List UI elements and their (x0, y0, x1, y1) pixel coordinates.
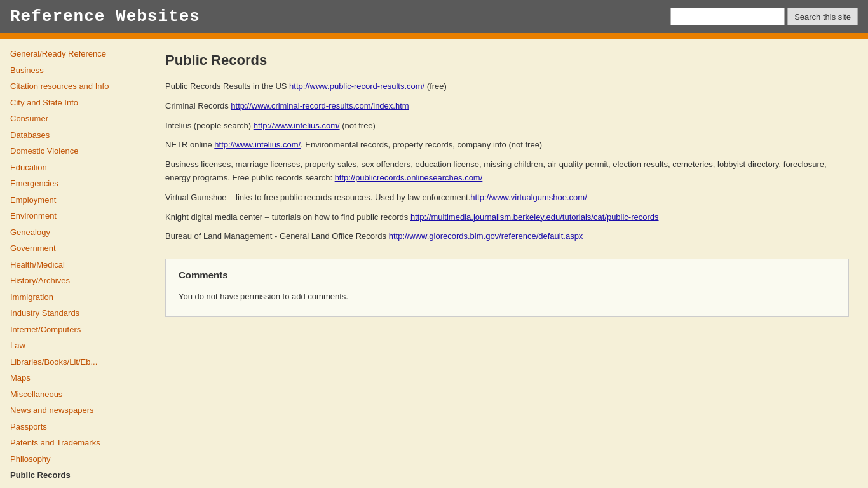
content-link-3[interactable]: http://www.intelius.com/ (214, 140, 301, 149)
content-link-1[interactable]: http://www.criminal-record-results.com/i… (231, 101, 409, 111)
sidebar-item-15[interactable]: Immigration (0, 289, 146, 306)
sidebar-item-2[interactable]: Citation resources and Info (0, 78, 146, 95)
site-header: Reference Websites Search this site (0, 0, 868, 36)
main-content: Public Records Public Records Results in… (146, 39, 868, 488)
content-entry-5: Virtual Gumshoe – links to free public r… (165, 191, 849, 205)
search-input[interactable] (670, 8, 785, 25)
entries-container: Public Records Results in the US http://… (165, 80, 849, 243)
sidebar-item-12[interactable]: Government (0, 240, 146, 257)
sidebar-item-13[interactable]: Health/Medical (0, 257, 146, 273)
sidebar-item-16[interactable]: Industry Standards (0, 305, 146, 322)
main-layout: General/Ready ReferenceBusinessCitation … (0, 39, 868, 488)
content-entry-6: Knight digital media center – tutorials … (165, 211, 849, 224)
sidebar-item-26[interactable]: Public Records (0, 467, 146, 484)
content-entry-3: NETR online http://www.intelius.com/. En… (165, 139, 849, 152)
sidebar-item-0[interactable]: General/Ready Reference (0, 46, 146, 62)
content-entry-4: Business licenses, marriage licenses, pr… (165, 158, 849, 185)
sidebar-item-10[interactable]: Environment (0, 208, 146, 224)
sidebar-item-4[interactable]: Consumer (0, 111, 146, 127)
content-entry-0: Public Records Results in the US http://… (165, 80, 849, 93)
sidebar-item-11[interactable]: Genealogy (0, 224, 146, 241)
content-link-5[interactable]: http://www.virtualgumshoe.com/ (470, 193, 587, 202)
sidebar-item-14[interactable]: History/Archives (0, 273, 146, 289)
content-entry-7: Bureau of Land Management - General Land… (165, 230, 849, 243)
sidebar-item-20[interactable]: Maps (0, 370, 146, 386)
sidebar-item-1[interactable]: Business (0, 62, 146, 79)
comments-permission: You do not have permission to add commen… (179, 287, 836, 306)
sidebar-item-23[interactable]: Passports (0, 419, 146, 435)
sidebar-item-6[interactable]: Domestic Violence (0, 143, 146, 159)
sidebar-item-17[interactable]: Internet/Computers (0, 322, 146, 338)
content-link-0[interactable]: http://www.public-record-results.com/ (289, 81, 424, 91)
sidebar: General/Ready ReferenceBusinessCitation … (0, 39, 146, 488)
comments-title: Comments (179, 269, 836, 280)
sidebar-item-18[interactable]: Law (0, 337, 146, 354)
sidebar-item-3[interactable]: City and State Info (0, 95, 146, 111)
sidebar-item-22[interactable]: News and newspapers (0, 402, 146, 419)
content-link-4[interactable]: http://publicrecords.onlinesearches.com/ (335, 173, 483, 182)
sidebar-item-5[interactable]: Databases (0, 127, 146, 144)
sidebar-item-9[interactable]: Employment (0, 192, 146, 208)
site-title: Reference Websites (10, 7, 200, 26)
sidebar-item-21[interactable]: Miscellaneous (0, 386, 146, 403)
sidebar-item-25[interactable]: Philosophy (0, 451, 146, 468)
sidebar-item-19[interactable]: Libraries/Books/Lit/Eb... (0, 354, 146, 370)
page-title: Public Records (165, 52, 849, 69)
search-area: Search this site (670, 8, 858, 25)
comments-box: Comments You do not have permission to a… (165, 259, 849, 317)
content-entry-1: Criminal Records http://www.criminal-rec… (165, 100, 849, 113)
content-link-7[interactable]: http://www.glorecords.blm.gov/reference/… (389, 231, 583, 241)
sidebar-item-24[interactable]: Patents and Trademarks (0, 435, 146, 451)
content-link-2[interactable]: http://www.intelius.com/ (254, 121, 340, 130)
content-entry-2: Intelius (people search) http://www.inte… (165, 119, 849, 133)
content-link-6[interactable]: http://multimedia.journalism.berkeley.ed… (410, 212, 659, 222)
search-button[interactable]: Search this site (787, 8, 858, 25)
sidebar-item-8[interactable]: Emergencies (0, 175, 146, 192)
sidebar-item-27[interactable]: Recreation (0, 484, 146, 489)
sidebar-item-7[interactable]: Education (0, 159, 146, 176)
